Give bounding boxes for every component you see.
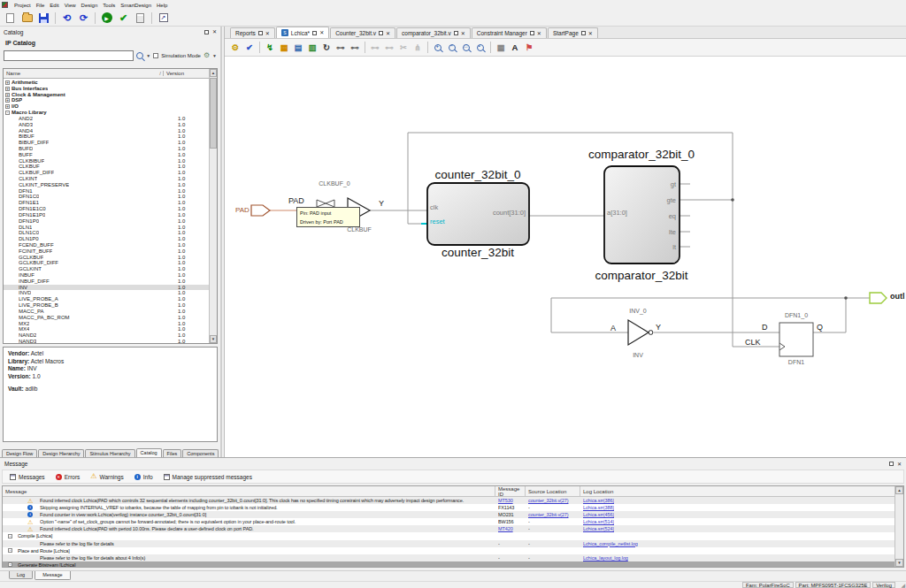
close-icon[interactable]: ✕: [212, 29, 217, 34]
filter-info[interactable]: iInfo: [134, 474, 153, 480]
menu-item-design[interactable]: Design: [79, 3, 101, 8]
catalog-row-clock-management[interactable]: +Clock & Management: [4, 92, 209, 98]
generate-design-icon[interactable]: ⚙: [229, 41, 242, 54]
open-project-icon[interactable]: [19, 11, 35, 25]
log-location[interactable]: Lchica.srr(514): [583, 518, 614, 525]
source-location[interactable]: counter_32bit.v(27): [528, 511, 583, 518]
menu-item-edit[interactable]: Edit: [47, 3, 61, 8]
catalog-row-nand3[interactable]: NAND31.0: [4, 339, 209, 343]
inv-symbol[interactable]: [628, 320, 649, 345]
catalog-row-macc-pa[interactable]: MACC_PA1.0: [4, 309, 209, 315]
zoom-in-icon[interactable]: +: [432, 41, 444, 54]
message-row[interactable]: Please refer to the log file for details…: [3, 554, 894, 561]
catalog-row-inv[interactable]: INV1.0: [4, 285, 209, 291]
message-row[interactable]: -Generate Bitstream [Lchica]: [3, 561, 894, 567]
expander-icon[interactable]: +: [5, 104, 10, 109]
column-header-message-id[interactable]: Message ID: [495, 486, 525, 496]
catalog-row-clkbuf-diff[interactable]: CLKBUF_DIFF1.0: [4, 170, 209, 176]
resize-grip[interactable]: ◢: [901, 582, 905, 588]
grid-toggle-icon[interactable]: ▦: [495, 41, 507, 54]
catalog-row-dln1p0[interactable]: DLN1P01.0: [4, 236, 209, 242]
maximize-workspace-icon[interactable]: ↗: [156, 11, 171, 25]
scroll-up-icon[interactable]: ▲: [895, 486, 903, 494]
search-dropdown-icon[interactable]: ▼: [146, 53, 150, 58]
column-header-message[interactable]: Message: [3, 486, 495, 496]
save-icon[interactable]: [36, 11, 51, 25]
catalog-row-dln1[interactable]: DLN11.0: [4, 225, 209, 231]
float-icon[interactable]: [204, 30, 209, 34]
menu-item-file[interactable]: File: [34, 3, 48, 8]
expander-icon[interactable]: +: [5, 87, 10, 91]
filter-messages[interactable]: Messages: [10, 474, 45, 480]
close-icon[interactable]: ✕: [537, 31, 541, 36]
catalog-scrollbar[interactable]: ▲ ▼: [209, 69, 217, 343]
message-row[interactable]: ⚠Found inferred clock Lchica|PAD with pe…: [3, 525, 894, 532]
expander-icon[interactable]: +: [5, 93, 10, 97]
tab-message[interactable]: Message: [35, 571, 70, 580]
message-row[interactable]: -Compile [Lchica]: [3, 532, 894, 539]
catalog-row-inbuf[interactable]: INBUF1.0: [4, 272, 209, 279]
catalog-column-header[interactable]: Name / Version: [4, 69, 217, 79]
inv-input-wire[interactable]: [551, 298, 628, 332]
cut-net-icon[interactable]: ✂: [397, 41, 410, 54]
catalog-row-dfn1c0[interactable]: DFN1C01.0: [4, 194, 209, 200]
tab-constraint-manager[interactable]: Constraint Manager✕: [472, 27, 547, 38]
message-row[interactable]: iSkipping assigning INTERNAL_VREF to iob…: [3, 504, 894, 511]
run-icon[interactable]: ▶: [99, 11, 114, 25]
output-port[interactable]: [870, 293, 887, 303]
catalog-row-nand2[interactable]: NAND21.0: [4, 332, 209, 339]
tab-catalog[interactable]: Catalog: [136, 448, 162, 457]
catalog-row-dln1c0[interactable]: DLN1C01.0: [4, 230, 209, 236]
comparator-pin-stubs[interactable]: [680, 184, 690, 247]
tab-design-hierarchy[interactable]: Design Hierarchy: [38, 449, 84, 457]
menu-item-smartdesign[interactable]: SmartDesign: [118, 3, 154, 8]
catalog-row-gclkint[interactable]: GCLKINT1.0: [4, 266, 209, 272]
catalog-row-dfn1p0[interactable]: DFN1P01.0: [4, 218, 209, 225]
catalog-row-fcend-buff[interactable]: FCEND_BUFF1.0: [4, 242, 209, 248]
expander-icon[interactable]: +: [5, 98, 10, 103]
catalog-row-macro-library[interactable]: -Macro Library: [4, 110, 209, 116]
message-row[interactable]: iFound counter in view:work.Lchica(veril…: [3, 511, 894, 518]
log-location[interactable]: Lchica.srr(386): [583, 497, 614, 504]
pad-input-port[interactable]: [251, 205, 270, 216]
catalog-row-buff[interactable]: BUFF1.0: [4, 152, 209, 158]
catalog-row-live-probe-a[interactable]: LIVE_PROBE_A1.0: [4, 296, 209, 302]
message-row[interactable]: ⚠Found inferred clock Lchica|PAD which c…: [3, 497, 894, 504]
close-icon[interactable]: ✕: [588, 31, 593, 36]
filter-warnings[interactable]: ⚠Warnings: [90, 473, 123, 480]
log-location[interactable]: Lchica.srr(388): [583, 504, 614, 511]
tab-counter-32bit-v[interactable]: Counter_32bit.v✕: [330, 27, 395, 38]
search-icon[interactable]: [136, 52, 143, 59]
message-id[interactable]: MT420: [498, 525, 528, 532]
expander-icon[interactable]: +: [5, 80, 10, 85]
create-hdl-file-icon[interactable]: ▤: [292, 41, 304, 54]
connectivity-check-icon[interactable]: ↯: [264, 41, 276, 54]
column-header-source-location[interactable]: Source Location: [525, 486, 580, 496]
float-icon[interactable]: [379, 31, 383, 35]
commit-check-icon[interactable]: ✔: [116, 11, 131, 25]
catalog-row-invd[interactable]: INVD1.0: [4, 290, 209, 296]
dfn1-block[interactable]: [779, 323, 813, 356]
tab-lchica[interactable]: SLchica*✕: [276, 27, 329, 38]
expander-icon[interactable]: -: [8, 562, 12, 567]
expander-icon[interactable]: -: [5, 111, 10, 115]
catalog-row-bibuf[interactable]: BIBUF1.0: [4, 134, 209, 140]
menu-item-view[interactable]: View: [62, 3, 79, 8]
rip-bus-icon[interactable]: ⋔: [411, 41, 424, 54]
tab-files[interactable]: Files: [163, 449, 182, 457]
log-location[interactable]: Lchica_compile_netlist.log: [583, 540, 638, 547]
catalog-row-bus-interfaces[interactable]: +Bus Interfaces: [4, 86, 209, 92]
close-icon[interactable]: ✕: [319, 30, 324, 35]
name-column-header[interactable]: Name: [4, 71, 159, 76]
float-icon[interactable]: [454, 31, 458, 35]
quick-connect-icon[interactable]: ⊷: [349, 41, 361, 54]
close-icon[interactable]: ✕: [386, 31, 390, 36]
catalog-row-clkint-preserve[interactable]: CLKINT_PRESERVE1.0: [4, 182, 209, 188]
menu-item-project[interactable]: Project: [12, 3, 34, 8]
redo-icon[interactable]: ⟳: [76, 11, 91, 25]
float-icon[interactable]: [889, 462, 894, 466]
column-header-log-location[interactable]: Log Location: [580, 486, 903, 496]
catalog-search-input[interactable]: [4, 50, 134, 61]
version-column-header[interactable]: Version: [163, 71, 209, 76]
catalog-row-live-probe-b[interactable]: LIVE_PROBE_B1.0: [4, 302, 209, 309]
